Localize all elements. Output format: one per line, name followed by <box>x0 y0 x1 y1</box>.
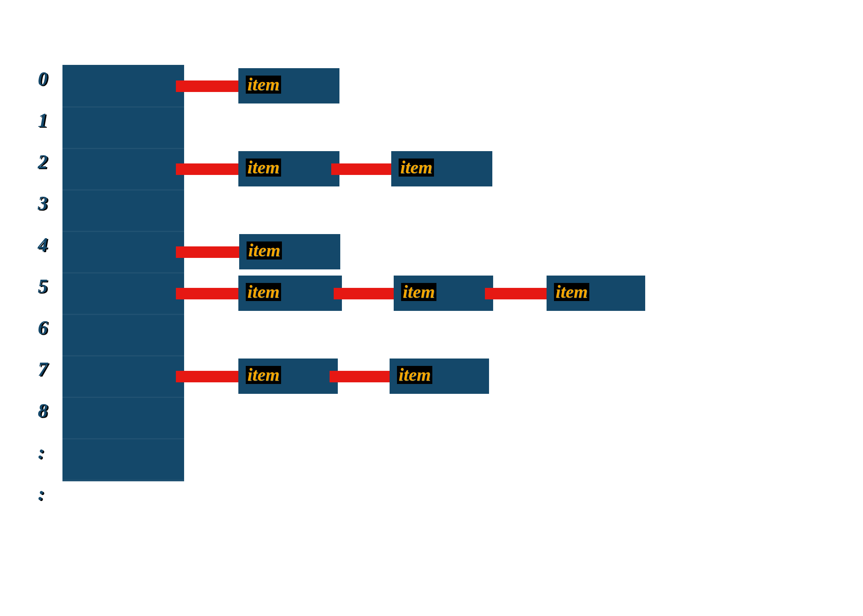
index-label-text: 5 <box>38 275 48 297</box>
connector <box>330 371 390 382</box>
item-label: item <box>246 76 281 94</box>
connector <box>331 163 391 175</box>
item-label: item <box>554 283 589 301</box>
connector <box>176 80 238 92</box>
item-box: item <box>238 151 339 186</box>
array-row-divider <box>62 272 184 274</box>
item-label: item <box>247 241 282 260</box>
index-label-text: : <box>38 441 45 463</box>
item-box: item <box>547 276 645 311</box>
item-label: item <box>246 283 281 301</box>
index-label-text: 6 <box>38 317 48 338</box>
item-box: item <box>390 359 489 394</box>
connector <box>176 371 238 382</box>
index-label-1: 11 <box>38 109 48 131</box>
index-label-text: 4 <box>38 234 48 255</box>
item-label: item <box>401 283 436 301</box>
index-label-0: 00 <box>38 67 48 90</box>
index-label-text: 8 <box>38 400 48 421</box>
array-row-divider <box>62 231 184 232</box>
array-row-divider <box>62 189 184 191</box>
index-label-7: 77 <box>38 358 48 380</box>
diagram-stage: 001122334455667788::::itemitemitemitemit… <box>0 0 863 616</box>
index-label-text: 2 <box>38 151 48 172</box>
array-row-divider <box>62 314 184 315</box>
array-row-divider <box>62 106 184 108</box>
index-label-text: 7 <box>38 358 48 380</box>
hash-array-block <box>62 65 184 481</box>
item-label: item <box>246 366 281 384</box>
item-box: item <box>238 276 342 311</box>
item-box: item <box>239 234 340 269</box>
connector <box>334 288 394 299</box>
array-row-divider <box>62 438 184 439</box>
array-row-divider <box>62 480 184 481</box>
index-label-text: 0 <box>38 68 48 90</box>
connector <box>176 163 238 175</box>
index-label-9: :: <box>38 441 45 463</box>
connector <box>176 288 238 299</box>
index-label-8: 88 <box>38 399 48 422</box>
array-row-divider <box>62 355 184 356</box>
item-box: item <box>238 359 338 394</box>
item-box: item <box>394 276 493 311</box>
index-label-5: 55 <box>38 275 48 297</box>
connector <box>485 288 547 299</box>
index-label-text: : <box>38 483 45 504</box>
index-label-text: 1 <box>38 109 48 131</box>
index-label-6: 66 <box>38 316 48 339</box>
index-label-2: 22 <box>38 150 48 173</box>
item-box: item <box>391 151 492 186</box>
array-row-divider <box>62 148 184 149</box>
item-label: item <box>397 366 432 384</box>
index-label-text: 3 <box>38 192 48 214</box>
index-label-10: :: <box>38 482 45 505</box>
item-box: item <box>238 68 339 103</box>
index-label-3: 33 <box>38 192 48 214</box>
item-label: item <box>246 159 281 177</box>
connector <box>176 246 239 258</box>
item-label: item <box>399 159 434 177</box>
array-row-divider <box>62 397 184 398</box>
index-label-4: 44 <box>38 233 48 256</box>
